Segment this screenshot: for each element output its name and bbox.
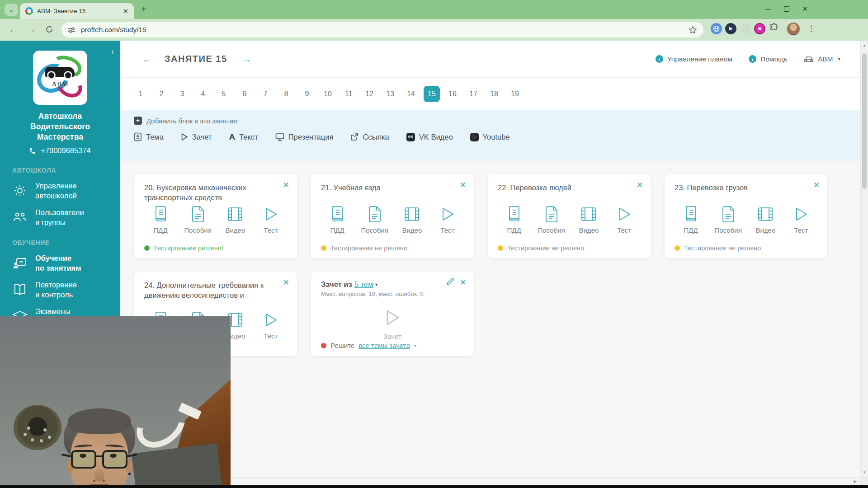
extension-cursor-icon[interactable] (725, 23, 736, 34)
page-11[interactable]: 11 (338, 90, 359, 98)
extension-dimmed-icon[interactable] (741, 23, 750, 33)
video-button[interactable]: Видео (754, 204, 777, 234)
page-18[interactable]: 18 (484, 90, 505, 98)
caret-down-icon[interactable]: ▾ (414, 343, 416, 348)
sidebar-item-lessons[interactable]: Обучение по занятиям (0, 253, 120, 273)
scroll-down-icon[interactable]: ▼ (861, 470, 868, 474)
plan-management-link[interactable]: i Управление планом (656, 55, 732, 63)
page-17[interactable]: 17 (463, 90, 484, 98)
page-5[interactable]: 5 (213, 90, 234, 98)
page-4[interactable]: 4 (193, 90, 213, 98)
test-button[interactable]: Тест (613, 204, 636, 234)
page-7[interactable]: 7 (255, 90, 276, 98)
sidebar-collapse-icon[interactable]: ‹ (111, 47, 114, 56)
close-icon[interactable]: ✕ (283, 278, 289, 287)
video-button[interactable]: Видео (223, 204, 247, 234)
window-minimize-button[interactable]: — (765, 5, 771, 13)
test-button[interactable]: Тест (789, 204, 813, 234)
status-dot-yellow (675, 245, 680, 251)
sidebar-item-review-control[interactable]: Повторение и контроль (0, 280, 120, 300)
test-button[interactable]: Тест (436, 204, 459, 234)
edit-pencil-icon[interactable] (446, 278, 454, 286)
open-book-icon (12, 283, 28, 296)
school-logo[interactable]: АВМ (33, 51, 87, 105)
close-icon[interactable]: ✕ (637, 180, 643, 190)
page-13[interactable]: 13 (380, 90, 401, 98)
profile-avatar[interactable] (787, 22, 800, 36)
video-button[interactable]: Видео (400, 204, 424, 234)
forward-button[interactable]: → (27, 25, 36, 35)
zachet-topics-link[interactable]: 5 тем (354, 280, 373, 289)
window-maximize-button[interactable] (784, 6, 789, 12)
add-topic-button[interactable]: Тема (134, 132, 164, 141)
help-link[interactable]: i Помощь (749, 55, 788, 63)
sidebar-item-users-groups[interactable]: Пользователи и группы (0, 207, 120, 227)
zachet-status-link[interactable]: все темы зачета (359, 342, 410, 349)
manuals-button[interactable]: Пособия (715, 204, 742, 234)
scroll-right-icon[interactable]: ▶ (854, 479, 857, 483)
ceiling-lamp (14, 405, 61, 450)
page-8[interactable]: 8 (276, 90, 297, 98)
pdd-button[interactable]: ПДД (149, 204, 172, 234)
add-youtube-button[interactable]: Youtube (470, 133, 510, 141)
pdd-button[interactable]: ПДД (679, 204, 703, 234)
site-settings-icon[interactable] (68, 26, 75, 34)
vertical-scrollbar-thumb[interactable] (862, 53, 867, 189)
manuals-button[interactable]: Пособия (538, 204, 565, 234)
add-vk-video-button[interactable]: VK VK Видео (406, 133, 453, 141)
pdd-button[interactable]: ПДД (502, 204, 526, 234)
tab-close-icon[interactable]: ✕ (122, 7, 129, 15)
previous-lesson-arrow[interactable]: ← (140, 53, 154, 65)
close-icon[interactable]: ✕ (460, 278, 466, 287)
new-tab-button[interactable]: + (141, 4, 146, 14)
page-10[interactable]: 10 (317, 90, 338, 98)
status-dot-yellow (498, 245, 503, 251)
close-icon[interactable]: ✕ (813, 180, 820, 190)
sidebar-item-school-management[interactable]: Управление автошколой (0, 181, 120, 201)
close-icon[interactable]: ✕ (460, 180, 466, 190)
page-19[interactable]: 19 (505, 90, 525, 98)
video-button[interactable]: Видео (577, 204, 600, 234)
caret-down-icon[interactable]: ▾ (375, 282, 377, 287)
reload-button[interactable] (45, 25, 53, 33)
add-presentation-button[interactable]: Презентация (275, 133, 334, 141)
browser-tab[interactable]: АВМ: Занятие 15 ✕ (20, 3, 134, 19)
page-15-active[interactable]: 15 (424, 86, 440, 102)
back-button[interactable]: ← (9, 25, 18, 35)
page-3[interactable]: 3 (172, 90, 193, 98)
test-button[interactable]: Тест (259, 204, 283, 234)
book-icon (504, 204, 524, 224)
address-bar[interactable]: profteh.com/study/15 (61, 22, 703, 38)
page-16[interactable]: 16 (442, 90, 463, 98)
next-lesson-arrow[interactable]: → (240, 53, 254, 65)
add-link-button[interactable]: Ссылка (350, 133, 389, 141)
zachet-play-button[interactable]: Зачет (311, 306, 474, 340)
close-icon[interactable]: ✕ (283, 180, 289, 190)
extensions-puzzle-icon[interactable] (769, 23, 778, 32)
url-text[interactable]: profteh.com/study/15 (81, 26, 683, 34)
page-12[interactable]: 12 (359, 90, 380, 98)
test-button[interactable]: Тест (259, 310, 283, 340)
manuals-button[interactable]: Пособия (361, 204, 388, 234)
browser-menu-icon[interactable]: ⋮ (807, 24, 815, 33)
page-14[interactable]: 14 (401, 90, 421, 98)
scroll-up-icon[interactable]: ▲ (861, 43, 868, 47)
extension-globe-icon[interactable] (711, 23, 722, 34)
bookmark-star-icon[interactable] (689, 26, 697, 34)
page-2[interactable]: 2 (151, 90, 172, 98)
extension-magenta-icon[interactable] (754, 23, 765, 34)
pdd-button[interactable]: ПДД (326, 204, 349, 234)
account-menu[interactable]: АВМ ▾ (804, 55, 840, 63)
tab-search-button[interactable]: ⌄ (5, 4, 18, 16)
window-close-button[interactable]: ✕ (802, 5, 808, 13)
phone-icon (29, 147, 37, 155)
card-title: 23. Перевозка грузов (675, 183, 817, 192)
vertical-scrollbar[interactable]: ▲ ▼ (860, 41, 868, 477)
add-text-button[interactable]: A Текст (229, 133, 258, 141)
add-test-button[interactable]: Зачет (181, 133, 212, 141)
page-9[interactable]: 9 (297, 90, 317, 98)
users-icon (12, 210, 28, 225)
page-6[interactable]: 6 (234, 90, 255, 98)
manuals-button[interactable]: Пособия (184, 204, 212, 234)
page-1[interactable]: 1 (130, 90, 151, 98)
